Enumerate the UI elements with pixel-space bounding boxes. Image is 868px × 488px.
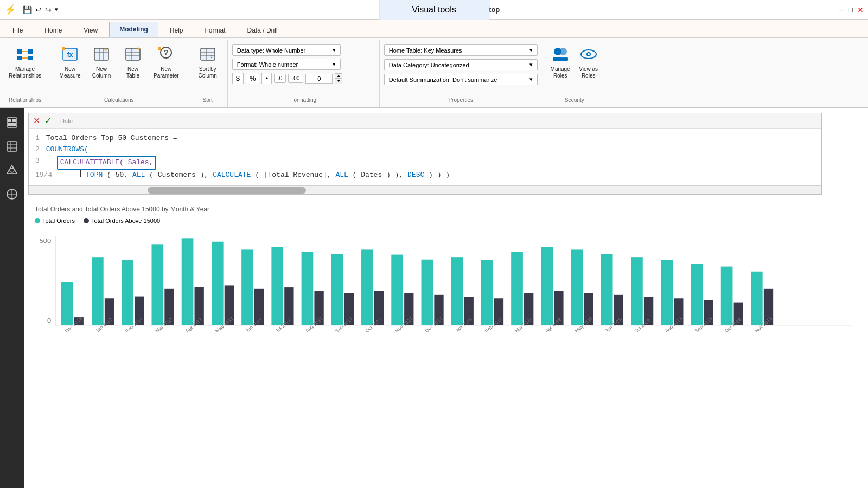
bar-teal-14	[481, 260, 493, 325]
bar-teal-11	[391, 255, 403, 325]
security-group-label: Security	[547, 96, 602, 105]
nav-visual-icon[interactable]	[2, 184, 22, 204]
home-table-label: Home Table: Key Measures	[389, 47, 462, 54]
new-parameter-label: NewParameter	[154, 66, 179, 79]
decimal-increase-button[interactable]: .00	[288, 74, 303, 83]
formula-scroll-thumb[interactable]	[148, 187, 306, 194]
format-dropdown[interactable]: Format: Whole number ▾	[232, 59, 341, 70]
sort-buttons: ↕ Sort byColumn	[193, 42, 223, 96]
formula-line-1: 1 Total Orders Top 50 Customers =	[35, 133, 815, 144]
decimal-decrease-button[interactable]: .0	[274, 74, 286, 83]
tab-home[interactable]: Home	[34, 23, 72, 37]
data-category-label: Data Category: Uncategorized	[389, 62, 469, 68]
text-cursor	[80, 170, 81, 177]
line-number-3: 3	[35, 156, 40, 167]
manage-roles-label: ManageRoles	[551, 66, 570, 79]
line4-calculate: CALCULATE	[213, 171, 251, 179]
format-controls: $ % • .0 .00 ▲ ▼	[232, 73, 343, 84]
format-label: Format: Whole number	[237, 61, 298, 68]
ribbon-group-calculations: fx NewMeasure + NewColumn	[50, 40, 188, 107]
new-measure-button[interactable]: fx NewMeasure	[55, 42, 85, 81]
manage-relationships-button[interactable]: ManageRelationships	[4, 42, 46, 81]
home-table-dropdown[interactable]: Home Table: Key Measures ▾	[384, 44, 538, 56]
svg-text:0: 0	[47, 317, 52, 324]
new-parameter-button[interactable]: ? NewParameter	[149, 42, 183, 81]
default-summarization-label: Default Summarization: Don't summarize	[389, 76, 497, 83]
line4-text4: ( Dates ) ),	[353, 171, 407, 179]
bar-teal-21	[691, 264, 703, 325]
data-category-dropdown[interactable]: Data Category: Uncategorized ▾	[384, 59, 538, 70]
home-table-dropdown-icon: ▾	[529, 47, 533, 54]
svg-text:fx: fx	[67, 51, 73, 59]
calculations-group-label: Calculations	[55, 96, 183, 105]
svg-rect-2	[17, 56, 22, 60]
manage-roles-icon	[551, 44, 570, 64]
formula-cancel-button[interactable]: ✕	[33, 115, 40, 126]
svg-rect-1	[28, 49, 33, 54]
minimize-button[interactable]: ─	[839, 5, 844, 14]
ribbon-group-formatting: Data type: Whole Number ▾ Format: Whole …	[228, 40, 380, 107]
tab-data-drill[interactable]: Data / Drill	[237, 23, 288, 37]
new-parameter-icon: ?	[156, 44, 176, 64]
maximize-button[interactable]: □	[848, 5, 853, 14]
format-row: Format: Whole number ▾	[232, 59, 375, 70]
decimal-places-input[interactable]	[305, 74, 333, 84]
formula-scrollbar[interactable]	[29, 185, 821, 194]
svg-rect-36	[8, 123, 16, 126]
bar-teal-18	[601, 254, 613, 325]
formula-confirm-button[interactable]: ✓	[44, 115, 52, 126]
new-measure-label: NewMeasure	[60, 66, 81, 79]
svg-rect-0	[17, 49, 22, 54]
decimal-dot-button[interactable]: •	[261, 73, 272, 84]
app-logo: ⚡	[4, 4, 16, 16]
bar-teal-1	[92, 257, 104, 325]
nav-data-icon[interactable]	[2, 137, 22, 156]
sort-by-column-button[interactable]: ↕ Sort byColumn	[193, 42, 223, 81]
ribbon-group-properties: Home Table: Key Measures ▾ Data Category…	[380, 40, 542, 107]
tab-file[interactable]: File	[2, 23, 33, 37]
tab-view[interactable]: View	[73, 23, 108, 37]
ribbon: ManageRelationships Relationships fx New…	[0, 38, 868, 108]
default-summarization-dropdown[interactable]: Default Summarization: Don't summarize ▾	[384, 74, 538, 85]
close-button[interactable]: ✕	[857, 5, 864, 14]
formula-bar: ✕ ✓ Date 1 Total Orders Top 50 Customers…	[28, 113, 822, 195]
content-area: ✕ ✓ Date 1 Total Orders Top 50 Customers…	[24, 108, 868, 488]
data-type-dropdown[interactable]: Data type: Whole Number ▾	[232, 44, 341, 56]
svg-rect-37	[7, 142, 17, 151]
nav-model-icon[interactable]	[2, 160, 22, 180]
decimal-down-button[interactable]: ▼	[335, 79, 342, 84]
new-column-button[interactable]: + NewColumn	[86, 42, 117, 81]
view-as-roles-button[interactable]: View asRoles	[575, 42, 602, 81]
formula-field-name: Date	[60, 118, 73, 124]
bar-teal-8	[302, 252, 314, 325]
new-table-icon: +	[123, 44, 143, 64]
chart-title: Total Orders and Total Orders Above 1500…	[35, 206, 857, 213]
ribbon-group-sort: ↕ Sort byColumn Sort	[188, 40, 228, 107]
legend-label-total-orders: Total Orders	[42, 217, 75, 224]
relationships-buttons: ManageRelationships	[4, 42, 46, 96]
bar-chart-svg: 500 0	[35, 228, 857, 348]
manage-roles-button[interactable]: ManageRoles	[547, 42, 574, 81]
bar-teal-16	[541, 247, 553, 325]
undo-icon[interactable]: ↩	[35, 5, 42, 14]
line4-text5: ) ) )	[429, 171, 450, 179]
currency-button[interactable]: $	[232, 73, 244, 84]
tab-help[interactable]: Help	[159, 23, 194, 37]
percent-button[interactable]: %	[246, 73, 260, 84]
line-number-4: 19/4	[35, 170, 52, 181]
redo-icon[interactable]: ↪	[45, 5, 52, 14]
format-dropdown-icon: ▾	[333, 61, 336, 68]
new-table-button[interactable]: + NewTable	[118, 42, 148, 81]
decimal-up-button[interactable]: ▲	[335, 73, 342, 79]
tab-modeling[interactable]: Modeling	[109, 22, 158, 37]
data-type-dropdown-icon: ▾	[333, 47, 336, 54]
tab-format[interactable]: Format	[195, 23, 236, 37]
save-icon[interactable]: 💾	[23, 5, 32, 14]
bar-teal-22	[721, 267, 733, 325]
formula-content[interactable]: 1 Total Orders Top 50 Customers = 2 COUN…	[29, 129, 821, 185]
line1-text: Total Orders Top 50 Customers =	[46, 133, 177, 144]
svg-rect-3	[28, 56, 33, 60]
sort-by-column-icon: ↕	[198, 44, 218, 64]
line4-all2: ALL	[335, 171, 348, 179]
nav-report-icon[interactable]	[2, 113, 22, 132]
